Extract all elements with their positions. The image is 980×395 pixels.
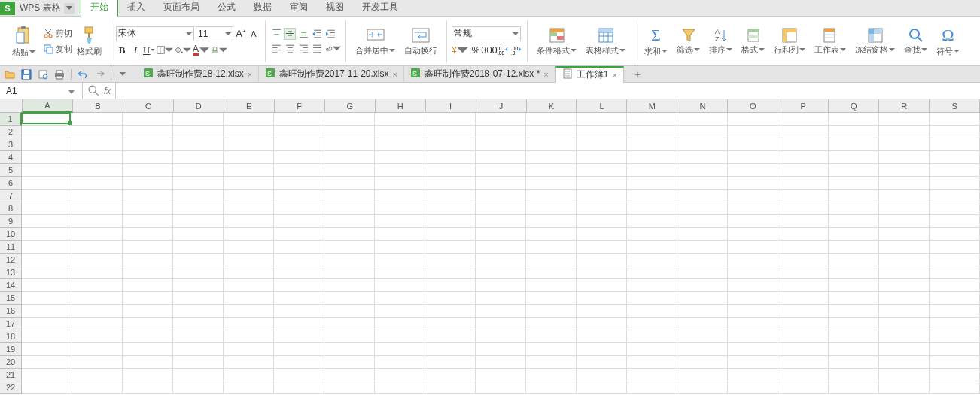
cell-E16[interactable]	[224, 305, 274, 318]
cell-L19[interactable]	[577, 343, 627, 356]
cell-I3[interactable]	[425, 138, 476, 151]
cell-I18[interactable]	[425, 330, 476, 343]
cell-R4[interactable]	[879, 151, 930, 164]
cell-H13[interactable]	[375, 266, 425, 279]
row-head-4[interactable]: 4	[0, 151, 22, 164]
cell-I21[interactable]	[425, 369, 476, 381]
col-head-G[interactable]: G	[325, 99, 376, 112]
cell-M5[interactable]	[627, 164, 677, 177]
cell-E17[interactable]	[224, 318, 274, 330]
cell-Q2[interactable]	[829, 126, 879, 138]
cell-L22[interactable]	[577, 381, 627, 394]
cell-Q17[interactable]	[829, 318, 879, 330]
cell-D1[interactable]	[173, 113, 224, 126]
cell-H5[interactable]	[375, 164, 425, 177]
cell-F6[interactable]	[274, 177, 324, 190]
row-head-7[interactable]: 7	[0, 190, 22, 202]
font-size-select[interactable]: 11	[196, 26, 233, 41]
comma-button[interactable]: 000	[483, 44, 495, 56]
col-head-M[interactable]: M	[627, 99, 677, 112]
cell-Q6[interactable]	[829, 177, 879, 190]
cell-A5[interactable]	[22, 164, 72, 177]
cell-J12[interactable]	[476, 254, 526, 266]
cell-M11[interactable]	[627, 241, 677, 254]
cell-E20[interactable]	[224, 356, 274, 369]
cell-C4[interactable]	[123, 151, 173, 164]
align-top-button[interactable]	[270, 28, 282, 40]
cell-M22[interactable]	[627, 381, 677, 394]
cell-K20[interactable]	[526, 356, 577, 369]
cell-O8[interactable]	[728, 202, 778, 215]
cell-K22[interactable]	[526, 381, 577, 394]
cell-L15[interactable]	[577, 292, 627, 305]
cell-F10[interactable]	[274, 228, 324, 241]
cell-O22[interactable]	[728, 381, 778, 394]
cell-G19[interactable]	[324, 343, 375, 356]
cell-R22[interactable]	[879, 381, 930, 394]
cell-L6[interactable]	[577, 177, 627, 190]
cell-J5[interactable]	[476, 164, 526, 177]
cell-M7[interactable]	[627, 190, 677, 202]
cell-K7[interactable]	[526, 190, 577, 202]
cell-F3[interactable]	[274, 138, 324, 151]
cell-H11[interactable]	[375, 241, 425, 254]
cell-L9[interactable]	[577, 215, 627, 228]
cell-C11[interactable]	[123, 241, 173, 254]
cell-D16[interactable]	[173, 305, 224, 318]
cell-I5[interactable]	[425, 164, 476, 177]
cell-C21[interactable]	[123, 369, 173, 381]
cell-H14[interactable]	[375, 279, 425, 292]
cell-R17[interactable]	[879, 318, 930, 330]
cell-Q1[interactable]	[829, 113, 879, 126]
cell-N8[interactable]	[677, 202, 728, 215]
cell-A19[interactable]	[22, 343, 72, 356]
find-button[interactable]: 查找	[899, 20, 932, 63]
cell-I16[interactable]	[425, 305, 476, 318]
cell-O17[interactable]	[728, 318, 778, 330]
currency-button[interactable]: ¥	[452, 44, 468, 56]
cell-C18[interactable]	[123, 330, 173, 343]
cell-B16[interactable]	[72, 305, 123, 318]
cell-K15[interactable]	[526, 292, 577, 305]
cell-P16[interactable]	[778, 305, 829, 318]
cell-H7[interactable]	[375, 190, 425, 202]
cell-M19[interactable]	[627, 343, 677, 356]
cell-G11[interactable]	[324, 241, 375, 254]
cell-S12[interactable]	[930, 254, 980, 266]
cell-J11[interactable]	[476, 241, 526, 254]
cell-Q8[interactable]	[829, 202, 879, 215]
cell-L8[interactable]	[577, 202, 627, 215]
cell-L10[interactable]	[577, 228, 627, 241]
cell-K17[interactable]	[526, 318, 577, 330]
row-head-20[interactable]: 20	[0, 356, 22, 369]
formula-bar-input[interactable]	[116, 83, 980, 99]
cell-E9[interactable]	[224, 215, 274, 228]
cell-M18[interactable]	[627, 330, 677, 343]
cell-E21[interactable]	[224, 369, 274, 381]
cell-O7[interactable]	[728, 190, 778, 202]
cell-H9[interactable]	[375, 215, 425, 228]
cell-O3[interactable]	[728, 138, 778, 151]
cell-D19[interactable]	[173, 343, 224, 356]
cell-A9[interactable]	[22, 215, 72, 228]
cell-A22[interactable]	[22, 381, 72, 394]
cell-N16[interactable]	[677, 305, 728, 318]
cell-S13[interactable]	[930, 266, 980, 279]
cell-M1[interactable]	[627, 113, 677, 126]
cell-P21[interactable]	[778, 369, 829, 381]
cell-H12[interactable]	[375, 254, 425, 266]
cell-E7[interactable]	[224, 190, 274, 202]
cell-F22[interactable]	[274, 381, 324, 394]
cell-I10[interactable]	[425, 228, 476, 241]
cell-I15[interactable]	[425, 292, 476, 305]
cell-R18[interactable]	[879, 330, 930, 343]
cell-B2[interactable]	[72, 126, 123, 138]
cell-H20[interactable]	[375, 356, 425, 369]
cell-K2[interactable]	[526, 126, 577, 138]
cell-G8[interactable]	[324, 202, 375, 215]
cell-S16[interactable]	[930, 305, 980, 318]
cell-K13[interactable]	[526, 266, 577, 279]
cell-K16[interactable]	[526, 305, 577, 318]
cell-P3[interactable]	[778, 138, 829, 151]
cell-R6[interactable]	[879, 177, 930, 190]
